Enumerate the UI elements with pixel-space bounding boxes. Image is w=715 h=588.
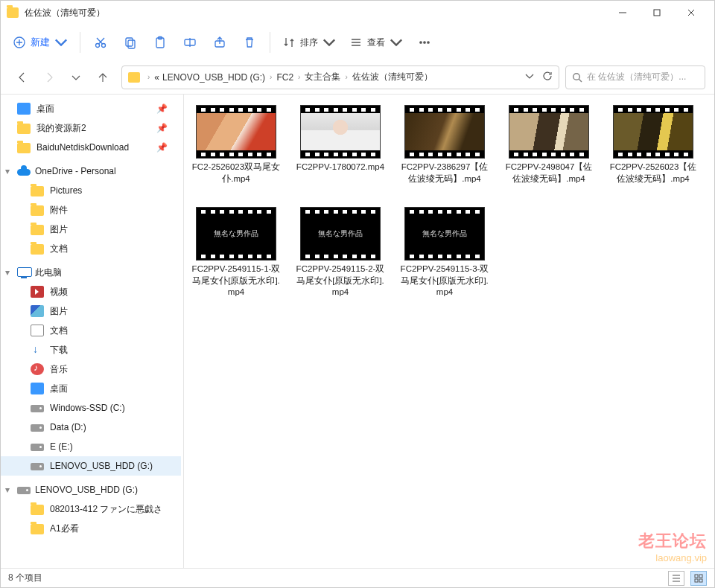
- folder-icon: [17, 141, 31, 153]
- file-name: FC2PPV-2549115-1-双马尾女仆[原版无水印].mp4: [191, 263, 281, 298]
- folder-icon: [31, 223, 44, 235]
- file-item[interactable]: 無名な男作品FC2PPV-2549115-2-双马尾女仆[原版无水印].mp4: [296, 207, 385, 298]
- breadcrumb-item[interactable]: LENOVO_USB_HDD (G:): [162, 72, 265, 83]
- search-placeholder: 在 佐佐波（清纯可爱）...: [587, 71, 686, 83]
- paste-button[interactable]: [147, 30, 173, 55]
- delete-button[interactable]: [237, 30, 262, 55]
- sidebar-item-label: Pictures: [50, 185, 82, 196]
- chevron-down-icon: ▾: [5, 166, 13, 176]
- history-dropdown[interactable]: [524, 71, 535, 83]
- sidebar-item[interactable]: Data (D:): [1, 418, 181, 437]
- maximize-button[interactable]: [640, 1, 674, 25]
- vid-icon: [31, 286, 44, 298]
- toolbar: 新建 排序 查看: [1, 25, 714, 60]
- minimize-button[interactable]: [606, 1, 640, 25]
- video-thumbnail: [613, 105, 693, 159]
- sidebar-item[interactable]: 图片: [1, 220, 181, 239]
- svg-rect-17: [699, 579, 702, 582]
- breadcrumb-root[interactable]: «: [154, 72, 159, 83]
- sidebar-item[interactable]: Windows-SSD (C:): [1, 398, 181, 418]
- svg-rect-15: [699, 575, 702, 578]
- sidebar-item[interactable]: Pictures: [1, 181, 181, 200]
- svg-point-3: [102, 44, 106, 48]
- sidebar-item-label: 082013-412 ファンに悪戯さ: [50, 503, 162, 516]
- sidebar-item-label: 下载: [50, 344, 68, 357]
- breadcrumb-item[interactable]: 佐佐波（清纯可爱）: [352, 71, 433, 83]
- back-button[interactable]: [10, 65, 35, 90]
- drive-icon: [31, 441, 44, 453]
- sidebar-item[interactable]: 桌面: [1, 379, 181, 398]
- file-item[interactable]: FC2PPV-2386297【佐佐波绫无码】.mp4: [400, 105, 489, 185]
- view-button[interactable]: 查看: [345, 30, 407, 55]
- video-thumbnail: 無名な男作品: [404, 207, 485, 261]
- thumbnails-view-toggle[interactable]: [690, 571, 707, 586]
- file-name: FC2PPV-2549115-3-双马尾女仆[原版无水印].mp4: [400, 263, 489, 298]
- sidebar-item[interactable]: 附件: [1, 200, 181, 220]
- search-input[interactable]: 在 佐佐波（清纯可爱）...: [565, 65, 705, 89]
- breadcrumb-sep: ›: [146, 73, 151, 81]
- sidebar-group-label: 此电脑: [35, 266, 62, 279]
- sidebar-item[interactable]: 下载: [1, 340, 181, 359]
- recent-button[interactable]: [63, 65, 89, 90]
- sidebar-item[interactable]: 桌面📌: [1, 99, 181, 118]
- new-label: 新建: [31, 36, 50, 49]
- sidebar-item[interactable]: 我的资源新2📌: [1, 118, 181, 138]
- svg-rect-14: [695, 575, 698, 578]
- file-item[interactable]: FC2PPV-2498047【佐佐波绫无码】.mp4: [504, 105, 594, 185]
- file-pane: FC2-2526023双马尾女仆.mp4FC2PPV-1780072.mp4FC…: [184, 95, 714, 568]
- sidebar-item[interactable]: 音乐: [1, 359, 181, 379]
- file-item[interactable]: FC2-2526023双马尾女仆.mp4: [191, 105, 281, 185]
- svg-rect-0: [654, 10, 660, 16]
- up-button[interactable]: [90, 65, 115, 90]
- sidebar-item[interactable]: LENOVO_USB_HDD (G:): [1, 456, 181, 476]
- details-view-toggle[interactable]: [668, 571, 684, 586]
- file-item[interactable]: 無名な男作品FC2PPV-2549115-3-双马尾女仆[原版无水印].mp4: [400, 207, 489, 298]
- copy-button[interactable]: [118, 30, 143, 55]
- forward-button[interactable]: [36, 65, 62, 90]
- item-count: 8 个项目: [8, 572, 42, 584]
- share-button[interactable]: [207, 30, 232, 55]
- sidebar-group[interactable]: ▾此电脑: [1, 263, 181, 282]
- file-item[interactable]: 無名な男作品FC2PPV-2549115-1-双马尾女仆[原版无水印].mp4: [191, 207, 281, 298]
- folder-icon: [31, 185, 44, 196]
- sidebar-item[interactable]: BaiduNetdiskDownload📌: [1, 138, 181, 157]
- cut-button[interactable]: [88, 30, 113, 55]
- sidebar-item[interactable]: E (E:): [1, 437, 181, 456]
- drive-icon: [31, 460, 44, 472]
- sidebar-item[interactable]: 文档: [1, 321, 181, 340]
- file-name: FC2PPV-2526023【佐佐波绫无码】.mp4: [608, 162, 698, 185]
- sort-button[interactable]: 排序: [278, 30, 340, 55]
- breadcrumb-item[interactable]: FC2: [276, 72, 293, 83]
- rename-button[interactable]: [177, 30, 203, 55]
- sidebar-item[interactable]: A1必看: [1, 519, 181, 538]
- folder-icon: [7, 7, 19, 18]
- sidebar-item-label: 文档: [50, 325, 68, 337]
- sidebar-item[interactable]: 文档: [1, 239, 181, 258]
- sidebar-item-label: A1必看: [50, 523, 79, 535]
- breadcrumb-item[interactable]: 女主合集: [305, 71, 340, 83]
- more-button[interactable]: [412, 30, 437, 55]
- video-thumbnail: 無名な男作品: [196, 207, 276, 261]
- new-button[interactable]: 新建: [8, 30, 72, 55]
- drive-icon: [31, 421, 44, 433]
- divider: [80, 32, 80, 53]
- drive-icon: [17, 484, 31, 496]
- sidebar-item[interactable]: 视频: [1, 282, 181, 301]
- file-item[interactable]: FC2PPV-1780072.mp4: [296, 105, 385, 185]
- refresh-button[interactable]: [542, 71, 553, 83]
- pin-icon: 📌: [156, 103, 168, 114]
- file-item[interactable]: FC2PPV-2526023【佐佐波绫无码】.mp4: [608, 105, 698, 185]
- address-bar[interactable]: › « LENOVO_USB_HDD (G:) › FC2 › 女主合集 › 佐…: [121, 65, 559, 89]
- doc-icon: [31, 325, 44, 336]
- sidebar-item[interactable]: 082013-412 ファンに悪戯さ: [1, 499, 181, 519]
- sidebar-group[interactable]: ▾OneDrive - Personal: [1, 162, 181, 181]
- sidebar-item[interactable]: 图片: [1, 301, 181, 321]
- video-thumbnail: 無名な男作品: [300, 207, 381, 261]
- window-title: 佐佐波（清纯可爱）: [25, 7, 606, 19]
- sidebar-group[interactable]: ▾LENOVO_USB_HDD (G:): [1, 480, 181, 499]
- close-button[interactable]: [674, 1, 708, 25]
- file-name: FC2PPV-2549115-2-双马尾女仆[原版无水印].mp4: [296, 263, 385, 298]
- sidebar-group-label: OneDrive - Personal: [35, 166, 116, 176]
- drive-icon: [31, 402, 44, 414]
- pin-icon: 📌: [156, 142, 168, 153]
